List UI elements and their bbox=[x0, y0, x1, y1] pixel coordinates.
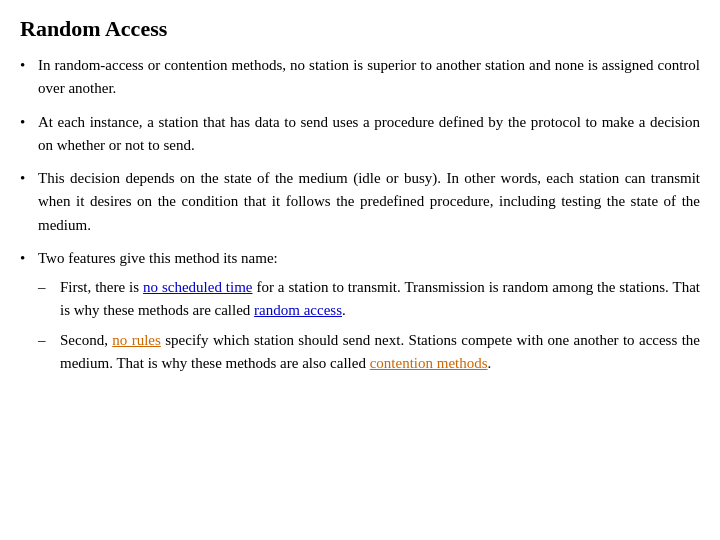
sub-bullet-2: – bbox=[38, 329, 60, 352]
list-item: • This decision depends on the state of … bbox=[20, 167, 700, 237]
item-4-content: Two features give this method its name: … bbox=[38, 247, 700, 382]
main-list: • In random-access or contention methods… bbox=[20, 54, 700, 382]
random-access-link: random-access bbox=[55, 57, 144, 73]
contention-methods-link: contention methods bbox=[164, 57, 282, 73]
sub-item-2-content: Second, no rules specify which station s… bbox=[60, 329, 700, 374]
list-item: • In random-access or contention methods… bbox=[20, 54, 700, 101]
bullet-1: • bbox=[20, 54, 38, 77]
sub-item-1-content: First, there is no scheduled time for a … bbox=[60, 276, 700, 321]
list-item: • Two features give this method its name… bbox=[20, 247, 700, 382]
random-access-highlight: random access bbox=[254, 302, 342, 318]
item-3-content: This decision depends on the state of th… bbox=[38, 167, 700, 237]
bullet-4: • bbox=[20, 247, 38, 270]
no-rules-highlight: no rules bbox=[112, 332, 161, 348]
sub-list-item: – First, there is no scheduled time for … bbox=[38, 276, 700, 321]
item-1-content: In random-access or contention methods, … bbox=[38, 54, 700, 101]
sub-list-item: – Second, no rules specify which station… bbox=[38, 329, 700, 374]
list-item: • At each instance, a station that has d… bbox=[20, 111, 700, 158]
no-scheduled-time-highlight: no scheduled time bbox=[143, 279, 252, 295]
page-title: Random Access bbox=[20, 16, 700, 42]
sub-bullet-1: – bbox=[38, 276, 60, 299]
bullet-2: • bbox=[20, 111, 38, 134]
item-2-content: At each instance, a station that has dat… bbox=[38, 111, 700, 158]
contention-methods-highlight: contention methods bbox=[370, 355, 488, 371]
sub-list: – First, there is no scheduled time for … bbox=[38, 276, 700, 374]
bullet-3: • bbox=[20, 167, 38, 190]
